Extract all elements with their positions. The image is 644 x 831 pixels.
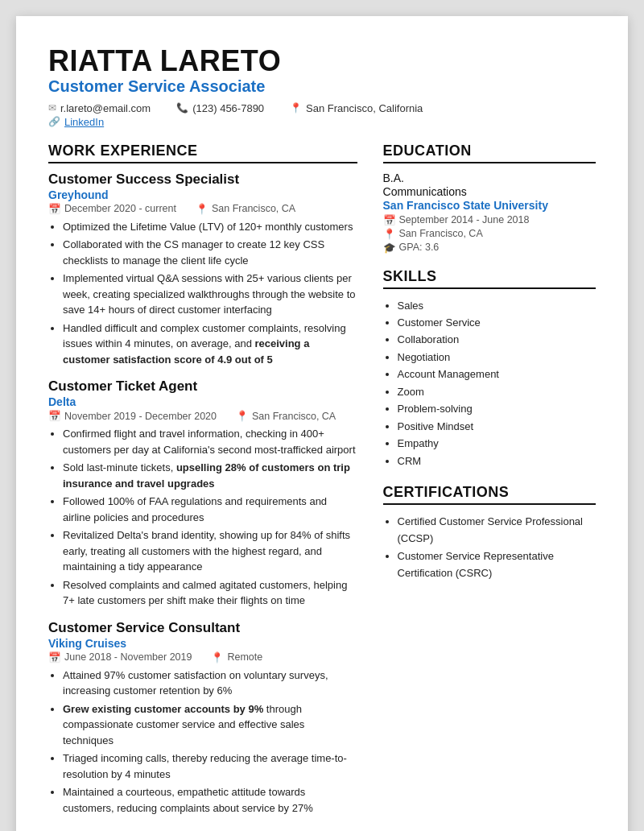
contact-row: ✉ r.lareto@email.com 📞 (123) 456-7890 📍 … [48,102,596,114]
pin-icon-3: 📍 [211,651,224,664]
bullet-2-3: Followed 100% of FAA regulations and req… [63,494,357,525]
email-value: r.lareto@email.com [60,102,151,114]
work-experience-title: WORK EXPERIENCE [48,143,357,163]
job-bullets-1: Optimized the Lifetime Value (LTV) of 12… [48,219,357,368]
bullet-2-5: Resolved complaints and calmed agitated … [63,577,357,609]
candidate-name: RIATTA LARETO [48,45,596,77]
linkedin-row: 🔗 LinkedIn [48,116,596,128]
calendar-icon-2: 📅 [48,410,61,422]
cert-ccsp: Certified Customer Service Professional … [398,513,596,548]
linkedin-icon: 🔗 [48,116,60,127]
job-company-2: Delta [48,395,357,408]
skill-problem-solving: Problem-solving [398,400,596,417]
skills-title: SKILLS [383,268,596,289]
bullet-1-2: Collaborated with the CS manager to crea… [63,237,357,268]
email-icon: ✉ [48,102,56,114]
skill-crm: CRM [398,453,596,469]
work-experience-section: WORK EXPERIENCE Customer Success Special… [48,143,357,817]
pin-icon-1: 📍 [196,203,208,215]
edu-location: 📍 San Francisco, CA [383,228,596,240]
skills-section: SKILLS Sales Customer Service Collaborat… [383,268,596,469]
education-section: EDUCATION B.A. Communications San Franci… [383,143,596,254]
linkedin-item: 🔗 LinkedIn [48,116,104,128]
cert-list: Certified Customer Service Professional … [383,513,596,582]
skill-collaboration: Collaboration [398,331,596,348]
job-title-3: Customer Service Consultant [48,620,357,636]
bullet-3-1: Attained 97% customer satisfaction on vo… [63,668,357,699]
job-date-1: 📅 December 2020 - current [48,203,176,215]
job-date-2: 📅 November 2019 - December 2020 [48,410,217,422]
skill-sales: Sales [398,297,596,314]
skill-empathy: Empathy [398,435,596,452]
job-entry-2: Customer Ticket Agent Delta 📅 November 2… [48,378,357,609]
bullet-1-3: Implemented virtual Q&A sessions with 25… [63,271,357,318]
skill-account-management: Account Management [398,366,596,382]
main-layout: WORK EXPERIENCE Customer Success Special… [48,143,596,831]
resume-page: RIATTA LARETO Customer Service Associate… [16,16,628,831]
edu-gpa: 🎓 GPA: 3.6 [383,242,596,254]
certifications-section: CERTIFICATIONS Certified Customer Servic… [383,484,596,582]
right-column: EDUCATION B.A. Communications San Franci… [383,143,596,831]
job-title-1: Customer Success Specialist [48,172,357,188]
job-date-3: 📅 June 2018 - November 2019 [48,651,192,664]
bullet-1-1: Optimized the Lifetime Value (LTV) of 12… [63,219,357,235]
phone-value: (123) 456-7890 [192,102,264,114]
job-entry-1: Customer Success Specialist Greyhound 📅 … [48,172,357,368]
job-entry-3: Customer Service Consultant Viking Cruis… [48,620,357,817]
bullet-3-2: Grew existing customer accounts by 9% th… [63,701,357,749]
skill-customer-service: Customer Service [398,314,596,331]
job-meta-1: 📅 December 2020 - current 📍 San Francisc… [48,203,357,215]
job-title-2: Customer Ticket Agent [48,378,357,395]
education-title: EDUCATION [383,143,596,163]
calendar-icon-1: 📅 [48,203,61,215]
cert-csrc: Customer Service Representative Certific… [398,548,596,582]
job-company-1: Greyhound [48,188,357,201]
edu-degree: B.A. [383,172,596,184]
certifications-title: CERTIFICATIONS [383,484,596,505]
skills-list: Sales Customer Service Collaboration Neg… [383,297,596,469]
pin-icon-2: 📍 [236,410,249,422]
job-location-3: 📍 Remote [211,651,262,664]
bullet-2-4: Revitalized Delta's brand identity, show… [63,527,357,575]
bullet-3-4: Maintained a courteous, empathetic attit… [63,784,357,816]
edu-field: Communications [383,185,596,198]
candidate-title: Customer Service Associate [48,77,596,96]
linkedin-link[interactable]: LinkedIn [64,116,104,128]
edu-school: San Francisco State University [383,199,596,212]
bullet-2-2: Sold last-minute tickets, upselling 28% … [63,460,357,491]
location-icon: 📍 [290,102,302,114]
skill-zoom: Zoom [398,383,596,400]
job-meta-3: 📅 June 2018 - November 2019 📍 Remote [48,651,357,664]
job-bullets-2: Confirmed flight and travel information,… [48,426,357,609]
location-item: 📍 San Francisco, California [290,102,423,114]
bullet-3-3: Triaged incoming calls, thereby reducing… [63,750,357,782]
edu-dates: 📅 September 2014 - June 2018 [383,214,596,226]
edu-pin-icon: 📍 [383,228,396,240]
skill-negotiation: Negotiation [398,349,596,366]
bullet-2-1: Confirmed flight and travel information,… [63,426,357,457]
left-column: WORK EXPERIENCE Customer Success Special… [48,143,357,831]
job-meta-2: 📅 November 2019 - December 2020 📍 San Fr… [48,410,357,422]
location-value: San Francisco, California [306,102,423,114]
phone-icon: 📞 [176,102,188,114]
job-company-3: Viking Cruises [48,637,357,650]
job-location-1: 📍 San Francisco, CA [196,203,295,215]
bullet-1-4: Handled difficult and complex customer c… [63,320,357,368]
phone-item: 📞 (123) 456-7890 [176,102,264,114]
job-bullets-3: Attained 97% customer satisfaction on vo… [48,668,357,817]
edu-gpa-icon: 🎓 [383,242,396,254]
skill-positive-mindset: Positive Mindset [398,418,596,435]
resume-header: RIATTA LARETO Customer Service Associate… [48,45,596,128]
job-location-2: 📍 San Francisco, CA [236,410,336,422]
edu-calendar-icon: 📅 [383,214,396,226]
email-item: ✉ r.lareto@email.com [48,102,151,114]
calendar-icon-3: 📅 [48,651,61,664]
